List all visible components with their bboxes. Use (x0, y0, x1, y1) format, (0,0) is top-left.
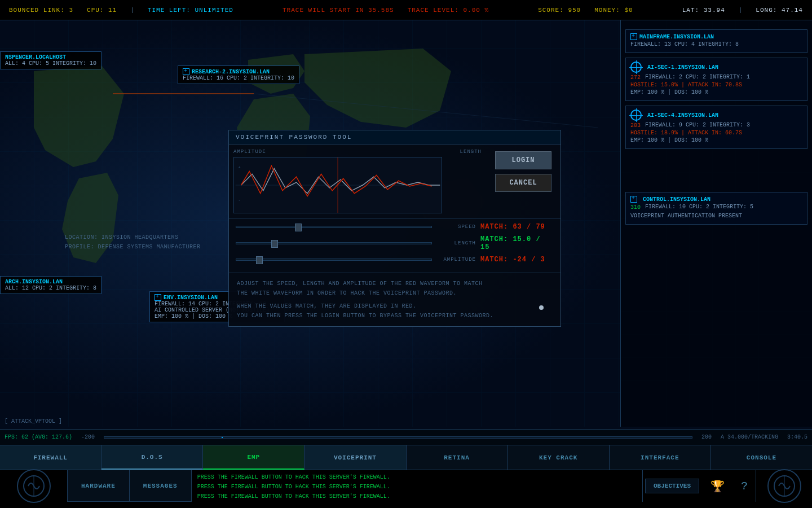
message-1: PRESS THE FIREWALL BUTTON TO HACK THIS S… (197, 472, 637, 482)
messages-button[interactable]: MESSAGES (130, 470, 191, 502)
right-sidebar: MAINFRAME.INSYSION.LAN FIREWALL: 13 CPU:… (620, 20, 812, 427)
score: SCORE: 950 (538, 7, 581, 14)
key-crack-button[interactable]: KEY CRACK (508, 445, 610, 470)
cancel-button[interactable]: CANCEL (495, 174, 551, 192)
login-button[interactable]: LOGIN (495, 151, 551, 169)
svg-text:+: + (239, 165, 241, 170)
tracking-label: A 34.000/TRACKING (721, 434, 778, 440)
speed-label: SPEED (436, 224, 476, 230)
amplitude-slider-track[interactable] (236, 259, 432, 261)
voiceprint-button[interactable]: VOICEPRINT (304, 445, 406, 470)
sidebar-node-ai-sec-1[interactable]: AI-SEC-1.INSYSION.LAN 272 FIREWALL: 2 CP… (625, 58, 807, 101)
bounced-link: BOUNCED LINK: 3 (9, 7, 73, 14)
instructions: ADJUST THE SPEED, LENGTH AND AMPLITUDE O… (229, 273, 561, 326)
time-display: 3:40.5 (787, 434, 807, 440)
amplitude-slider-thumb[interactable] (256, 256, 263, 264)
location-info: LOCATION: INSYSION HEADQUARTERS PROFILE:… (65, 233, 201, 252)
amplitude-label: AMPLITUDE (436, 257, 476, 262)
bottom-area: FPS: 62 (AVG: 127.6) -200 200 A 34.000/T… (0, 429, 812, 508)
waveform-svg: + - (234, 157, 442, 213)
length-match: MATCH: 15.0 / 15 (480, 235, 554, 251)
firewall-button[interactable]: FIREWALL (0, 445, 102, 470)
dos-button[interactable]: D.O.S (102, 445, 203, 470)
length-slider-row: LENGTH MATCH: 15.0 / 15 (236, 235, 554, 251)
voiceprint-modal: VOICEPRINT PASSWORD TOOL AMPLITUDE LENGT… (228, 130, 561, 327)
svg-text:-: - (239, 198, 241, 203)
length-label: LENGTH (436, 240, 476, 246)
lat: LAT: 33.94 (682, 7, 725, 14)
length-slider-thumb[interactable] (271, 240, 278, 248)
waveform-area: AMPLITUDE LENGTH + - (229, 144, 486, 218)
timeline-bar[interactable] (104, 436, 692, 439)
control-node-icon (630, 196, 637, 203)
modal-body: AMPLITUDE LENGTH + - LOGIN (229, 144, 561, 218)
timeline-marker (222, 437, 223, 438)
hardware-button[interactable]: HARDWARE (68, 470, 130, 502)
left-logo-icon (17, 469, 51, 503)
sidebar-spacer (621, 154, 812, 187)
node-env-icon (155, 294, 161, 301)
sliders-section: SPEED MATCH: 63 / 79 LENGTH MATCH: 15.0 … (229, 218, 561, 273)
secondary-btn-row: HARDWARE MESSAGES (68, 470, 191, 502)
bottom-left-logo (0, 470, 68, 502)
bottom-messages: PRESS THE FIREWALL BUTTON TO HACK THIS S… (192, 470, 643, 502)
fps-display: FPS: 62 (AVG: 127.6) (5, 434, 72, 440)
amplitude-match: MATCH: -24 / 3 (480, 256, 554, 264)
top-bar: BOUNCED LINK: 3 CPU: 11 | TIME LEFT: UNL… (0, 0, 812, 20)
waveform-canvas: + - (233, 157, 442, 213)
top-score-area: SCORE: 950 MONEY: $0 (538, 7, 633, 14)
objectives-button[interactable]: OBJECTIVES (645, 479, 699, 493)
console-button[interactable]: CONSOLE (711, 445, 812, 470)
bottom-info-row: HARDWARE MESSAGES PRESS THE FIREWALL BUT… (0, 470, 812, 502)
ai-sec-4-target-icon (630, 110, 642, 121)
time-left: TIME LEFT: UNLIMITED (148, 7, 233, 14)
cpu-stat: CPU: 11 (87, 7, 117, 14)
node-research[interactable]: RESEARCH-2.INSYSION.LAN FIREWALL: 16 CPU… (178, 65, 299, 84)
node-arch[interactable]: ARCH.INSYSION.LAN ALL: 12 CPU: 2 INTEGRI… (0, 276, 102, 294)
amplitude-slider-row: AMPLITUDE MATCH: -24 / 3 (236, 256, 554, 264)
speed-slider-track[interactable] (236, 226, 432, 228)
sidebar-node-ai-sec-4[interactable]: AI-SEC-4.INSYSION.LAN 203 FIREWALL: 9 CP… (625, 106, 807, 149)
attack-label: [ ATTACK_VPTOOL ] (5, 418, 62, 424)
trace-level: TRACE LEVEL: 0.00 % (408, 7, 489, 14)
modal-title: VOICEPRINT PASSWORD TOOL (229, 130, 561, 144)
length-slider-track[interactable] (236, 242, 432, 244)
message-2: PRESS THE FIREWALL BUTTON TO HACK THIS S… (197, 482, 637, 492)
ai-sec-1-target-icon (630, 62, 642, 73)
node-localhost[interactable]: NSPENCER.LOCALHOST ALL: 4 CPU: 5 INTEGRI… (0, 51, 102, 69)
retina-button[interactable]: RETINA (407, 445, 508, 470)
range-right: 200 (701, 434, 712, 440)
secondary-buttons: HARDWARE MESSAGES (68, 470, 192, 502)
help-icon[interactable]: ? (735, 477, 753, 495)
sidebar-node-control[interactable]: CONTROL.INSYSION.LAN 310 FIREWALL: 10 CP… (625, 192, 807, 225)
bottom-objectives: OBJECTIVES 🏆 ? (643, 470, 756, 502)
speed-slider-thumb[interactable] (295, 224, 302, 231)
emp-button[interactable]: EMP (203, 445, 304, 470)
sidebar-node-mainframe[interactable]: MAINFRAME.INSYSION.LAN FIREWALL: 13 CPU:… (625, 29, 807, 53)
long: LONG: 47.14 (756, 7, 803, 14)
trace-start: TRACE WILL START IN 35.58S (283, 7, 394, 14)
top-coords: LAT: 33.94 | LONG: 47.14 (682, 7, 803, 14)
message-3: PRESS THE FIREWALL BUTTON TO HACK THIS S… (197, 492, 637, 501)
interface-button[interactable]: INTERFACE (610, 445, 711, 470)
bottom-timeline: FPS: 62 (AVG: 127.6) -200 200 A 34.000/T… (0, 430, 812, 445)
range-left: -200 (81, 434, 95, 440)
waveform-labels: AMPLITUDE LENGTH (233, 149, 482, 155)
node-mainframe-icon (630, 33, 637, 40)
right-logo-icon (767, 469, 801, 503)
node-research-icon (183, 68, 189, 75)
speed-slider-row: SPEED MATCH: 63 / 79 (236, 223, 554, 231)
money: MONEY: $0 (594, 7, 633, 14)
top-left-stats: BOUNCED LINK: 3 CPU: 11 | TIME LEFT: UNL… (9, 7, 233, 14)
trophy-icon[interactable]: 🏆 (708, 477, 726, 495)
bottom-buttons-row: FIREWALL D.O.S EMP VOICEPRINT RETINA KEY… (0, 445, 812, 470)
speed-match: MATCH: 63 / 79 (480, 223, 554, 231)
cursor (539, 305, 544, 310)
top-center-stats: TRACE WILL START IN 35.58S TRACE LEVEL: … (283, 7, 489, 14)
modal-buttons: LOGIN CANCEL (486, 144, 561, 218)
bottom-right-logo (756, 470, 812, 502)
